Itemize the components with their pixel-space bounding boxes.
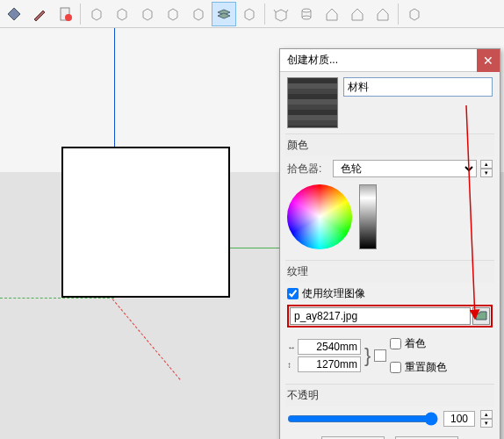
color-section-label: 颜色 [285,133,494,156]
use-texture-label: 使用纹理图像 [302,286,365,301]
tool-house-1[interactable] [320,2,344,26]
picker-next-button[interactable]: ▾ [480,169,493,177]
svg-point-1 [65,14,72,21]
tool-open-box[interactable] [269,2,293,26]
tool-box-4[interactable] [161,2,185,26]
dialog-titlebar[interactable]: 创建材质... ✕ [280,49,500,72]
picker-select[interactable]: 色轮 [333,160,477,177]
use-texture-checkbox-row[interactable]: 使用纹理图像 [287,286,493,301]
axis-y-green-solid [228,248,281,248]
texture-file-input[interactable] [290,307,471,325]
reset-color-label: 重置颜色 [405,360,447,375]
create-material-dialog: 创建材质... ✕ 颜色 拾色器: 色轮 ▴ ▾ 纹理 使用纹理图像 [279,48,500,439]
colorize-checkbox[interactable] [390,338,401,349]
colorize-row[interactable]: 着色 [390,336,447,351]
picker-prev-button[interactable]: ▴ [480,160,493,169]
brace-icon: } [364,344,371,367]
axis-x-red [112,299,181,380]
material-preview [287,77,338,128]
value-slider[interactable] [359,184,377,249]
tool-cylinder[interactable] [294,2,319,26]
tool-info[interactable] [53,2,77,26]
main-toolbar [0,0,504,28]
dialog-title-text: 创建材质... [287,53,338,68]
tool-layers[interactable] [212,2,236,26]
opacity-up-button[interactable]: ▴ [480,410,493,419]
svg-point-2 [302,9,311,12]
tool-box-3[interactable] [135,2,160,26]
toolbar-separator [80,4,82,25]
svg-point-3 [302,16,311,19]
model-face[interactable] [61,147,230,298]
texture-section-label: 纹理 [285,260,494,283]
colorize-label: 着色 [405,336,426,351]
color-wheel[interactable] [287,184,352,249]
opacity-input[interactable] [443,411,475,427]
close-button[interactable]: ✕ [477,49,500,72]
tool-house-3[interactable] [371,2,395,26]
picker-label: 拾色器: [287,162,329,176]
reset-color-row[interactable]: 重置颜色 [390,360,447,375]
tool-box-2[interactable] [110,2,134,26]
texture-width-input[interactable] [298,339,361,355]
folder-icon [475,310,487,322]
reset-color-checkbox[interactable] [390,362,401,373]
toolbar-separator [264,4,266,25]
opacity-down-button[interactable]: ▾ [480,419,493,428]
tool-paint-bucket[interactable] [2,2,26,26]
browse-texture-button[interactable] [472,307,490,325]
opacity-arrows: ▴ ▾ [480,410,493,428]
use-texture-checkbox[interactable] [287,288,299,299]
link-aspect-button[interactable] [374,349,386,362]
tool-box-1[interactable] [84,2,109,26]
opacity-slider[interactable] [287,412,438,426]
opacity-section-label: 不透明 [285,384,494,407]
picker-arrows: ▴ ▾ [480,160,493,177]
tool-box-6[interactable] [237,2,262,26]
axis-y-green-dashed [0,298,114,299]
tool-box-8[interactable] [402,2,427,26]
material-name-input[interactable] [343,77,493,97]
tool-house-2[interactable] [345,2,370,26]
width-icon: ↔ [287,342,296,352]
tool-box-5[interactable] [186,2,211,26]
texture-height-input[interactable] [298,356,361,372]
toolbar-separator [398,4,400,25]
tool-brush[interactable] [27,2,52,26]
texture-file-row-highlighted [287,305,493,327]
height-icon: ↕ [287,360,296,370]
